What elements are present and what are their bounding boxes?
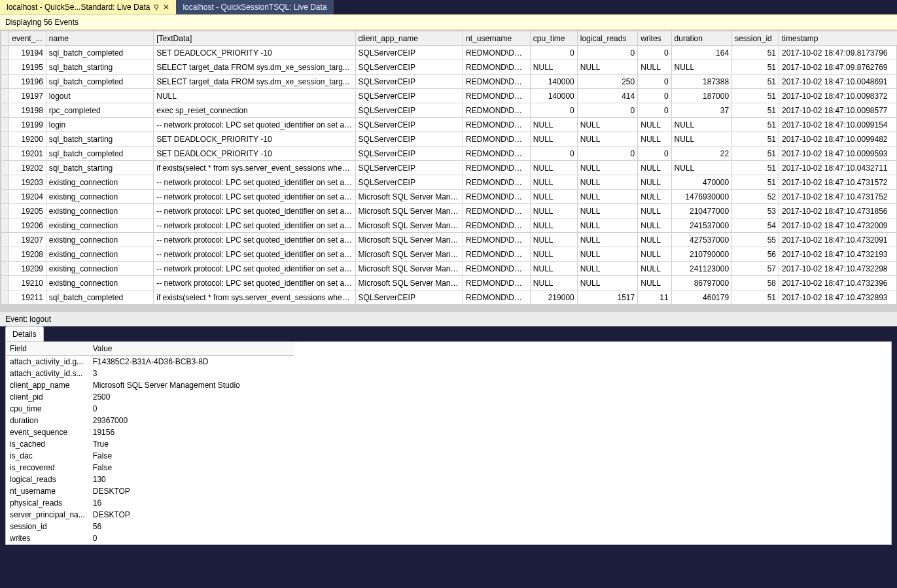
- cell-text[interactable]: -- network protocol: LPC set quoted_iden…: [154, 175, 355, 190]
- cell-writes[interactable]: NULL: [638, 233, 671, 247]
- document-tab-0[interactable]: localhost - QuickSe...Standard: Live Dat…: [0, 0, 176, 14]
- row-selector[interactable]: [1, 46, 9, 60]
- pin-icon[interactable]: ⚲: [154, 3, 159, 12]
- row-selector[interactable]: [1, 103, 9, 118]
- table-row[interactable]: 19207existing_connection-- network proto…: [1, 233, 898, 247]
- cell-cpu[interactable]: NULL: [530, 233, 577, 247]
- cell-text[interactable]: SET DEADLOCK_PRIORITY -10: [154, 132, 355, 147]
- cell-name[interactable]: existing_connection: [46, 247, 153, 262]
- cell-app[interactable]: Microsoft SQL Server Manage...: [355, 276, 463, 290]
- cell-ts[interactable]: 2017-10-02 18:47:10.4731856: [779, 204, 897, 218]
- cell-name[interactable]: existing_connection: [46, 233, 153, 247]
- cell-text[interactable]: -- network protocol: LPC set quoted_iden…: [154, 190, 355, 204]
- row-selector[interactable]: [1, 204, 9, 218]
- cell-text[interactable]: -- network protocol: LPC set quoted_iden…: [154, 218, 355, 233]
- cell-ts[interactable]: 2017-10-02 18:47:10.0432711: [779, 161, 897, 175]
- cell-reads[interactable]: NULL: [577, 60, 637, 75]
- row-selector[interactable]: [1, 276, 9, 290]
- cell-cpu[interactable]: 0: [530, 46, 577, 60]
- table-row[interactable]: 19198rpc_completedexec sp_reset_connecti…: [1, 103, 898, 118]
- cell-app[interactable]: SQLServerCEIP: [355, 290, 463, 305]
- cell-cpu[interactable]: NULL: [530, 247, 577, 262]
- cell-writes[interactable]: NULL: [638, 247, 671, 262]
- cell-ts[interactable]: 2017-10-02 18:47:10.4732193: [779, 247, 897, 262]
- cell-name[interactable]: existing_connection: [46, 218, 153, 233]
- cell-ts[interactable]: 2017-10-02 18:47:10.4732298: [779, 262, 897, 276]
- details-row[interactable]: is_dacFalse: [6, 450, 294, 462]
- details-row[interactable]: attach_activity_id.s...3: [6, 368, 294, 379]
- document-tab-1[interactable]: localhost - QuickSessionTSQL: Live Data: [176, 0, 333, 14]
- cell-ts[interactable]: 2017-10-02 18:47:10.0098372: [779, 89, 897, 103]
- cell-nt[interactable]: REDMOND\DES...: [463, 46, 531, 60]
- cell-name[interactable]: sql_batch_starting: [46, 60, 153, 75]
- cell-writes[interactable]: NULL: [638, 218, 671, 233]
- row-selector[interactable]: [1, 75, 9, 89]
- tab-details[interactable]: Details: [5, 326, 44, 341]
- cell-cpu[interactable]: NULL: [530, 175, 577, 190]
- cell-name[interactable]: sql_batch_starting: [46, 132, 153, 147]
- cell-app[interactable]: Microsoft SQL Server Manage...: [355, 218, 463, 233]
- cell-cpu[interactable]: NULL: [530, 60, 577, 75]
- column-header-5[interactable]: cpu_time: [530, 31, 577, 46]
- cell-event[interactable]: 19199: [9, 118, 46, 132]
- cell-nt[interactable]: REDMOND\DES...: [463, 175, 531, 190]
- cell-cpu[interactable]: NULL: [530, 262, 577, 276]
- cell-ts[interactable]: 2017-10-02 18:47:10.0048691: [779, 75, 897, 89]
- row-selector[interactable]: [1, 118, 9, 132]
- cell-text[interactable]: SELECT target_data FROM sys.dm_xe_sessio…: [154, 75, 355, 89]
- cell-text[interactable]: -- network protocol: LPC set quoted_iden…: [154, 118, 355, 132]
- cell-ts[interactable]: 2017-10-02 18:47:10.4732009: [779, 218, 897, 233]
- details-row[interactable]: logical_reads130: [6, 474, 294, 485]
- column-header-0[interactable]: event_...: [9, 31, 46, 46]
- cell-ts[interactable]: 2017-10-02 18:47:10.4732091: [779, 233, 897, 247]
- cell-reads[interactable]: NULL: [577, 204, 637, 218]
- cell-reads[interactable]: 0: [577, 103, 637, 118]
- cell-app[interactable]: Microsoft SQL Server Manage...: [355, 262, 463, 276]
- cell-dur[interactable]: 460179: [671, 290, 731, 305]
- cell-event[interactable]: 19201: [9, 147, 46, 161]
- cell-app[interactable]: SQLServerCEIP: [355, 161, 463, 175]
- cell-cpu[interactable]: NULL: [530, 218, 577, 233]
- table-row[interactable]: 19204existing_connection-- network proto…: [1, 190, 898, 204]
- cell-nt[interactable]: REDMOND\DES...: [463, 161, 531, 175]
- cell-text[interactable]: if exists(select * from sys.server_event…: [154, 161, 355, 175]
- cell-sid[interactable]: 51: [732, 60, 779, 75]
- cell-sid[interactable]: 51: [732, 132, 779, 147]
- cell-sid[interactable]: 51: [732, 46, 779, 60]
- table-row[interactable]: 19211sql_batch_completedif exists(select…: [1, 290, 898, 305]
- cell-reads[interactable]: 414: [577, 89, 637, 103]
- cell-name[interactable]: sql_batch_starting: [46, 161, 153, 175]
- cell-writes[interactable]: NULL: [638, 262, 671, 276]
- cell-ts[interactable]: 2017-10-02 18:47:10.4731752: [779, 190, 897, 204]
- cell-ts[interactable]: 2017-10-02 18:47:10.0099482: [779, 132, 897, 147]
- cell-dur[interactable]: 427537000: [671, 233, 731, 247]
- cell-text[interactable]: -- network protocol: LPC set quoted_iden…: [154, 247, 355, 262]
- cell-cpu[interactable]: NULL: [530, 276, 577, 290]
- cell-dur[interactable]: NULL: [671, 132, 731, 147]
- cell-text[interactable]: if exists(select * from sys.server_event…: [154, 290, 355, 305]
- cell-app[interactable]: SQLServerCEIP: [355, 46, 463, 60]
- events-grid[interactable]: event_...name[TextData]client_app_nament…: [0, 30, 897, 305]
- cell-reads[interactable]: NULL: [577, 118, 637, 132]
- cell-writes[interactable]: NULL: [638, 190, 671, 204]
- cell-ts[interactable]: 2017-10-02 18:47:10.4732396: [779, 276, 897, 290]
- cell-nt[interactable]: REDMOND\DES...: [463, 247, 531, 262]
- table-row[interactable]: 19208existing_connection-- network proto…: [1, 247, 898, 262]
- details-row[interactable]: cpu_time0: [6, 403, 294, 415]
- details-row[interactable]: writes0: [6, 532, 294, 544]
- cell-event[interactable]: 19198: [9, 103, 46, 118]
- table-row[interactable]: 19201sql_batch_completedSET DEADLOCK_PRI…: [1, 147, 898, 161]
- cell-name[interactable]: existing_connection: [46, 190, 153, 204]
- cell-writes[interactable]: 0: [638, 75, 671, 89]
- cell-nt[interactable]: REDMOND\DES...: [463, 190, 531, 204]
- cell-dur[interactable]: 86797000: [671, 276, 731, 290]
- table-row[interactable]: 19206existing_connection-- network proto…: [1, 218, 898, 233]
- cell-ts[interactable]: 2017-10-02 18:47:10.4731572: [779, 175, 897, 190]
- cell-nt[interactable]: REDMOND\DES...: [463, 290, 531, 305]
- cell-name[interactable]: sql_batch_completed: [46, 46, 153, 60]
- cell-dur[interactable]: NULL: [671, 161, 731, 175]
- cell-reads[interactable]: NULL: [577, 247, 637, 262]
- column-header-4[interactable]: nt_username: [463, 31, 531, 46]
- column-header-1[interactable]: name: [46, 31, 153, 46]
- cell-text[interactable]: SELECT target_data FROM sys.dm_xe_sessio…: [154, 60, 355, 75]
